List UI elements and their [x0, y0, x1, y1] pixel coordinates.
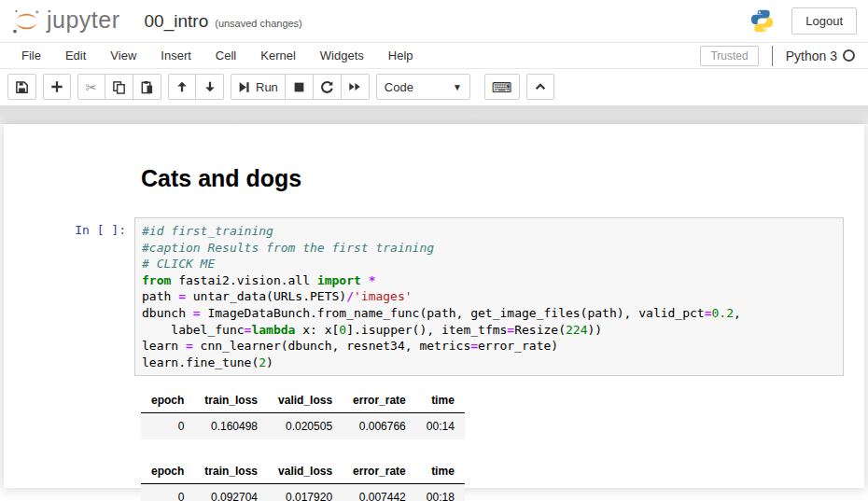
table-header-row: epochtrain_lossvalid_losserror_ratetime	[141, 388, 465, 413]
menu-item-cell[interactable]: Cell	[203, 43, 248, 68]
table-row: 00.0927040.0179200.00744200:18	[141, 484, 465, 501]
stop-icon	[293, 81, 305, 93]
move-cell-down-button[interactable]	[196, 74, 224, 100]
move-cell-up-button[interactable]	[168, 74, 196, 100]
code-line: learn.fine_tune(2)	[142, 355, 836, 371]
table-header-row: epochtrain_lossvalid_losserror_ratetime	[141, 459, 465, 484]
table-cell: 0.092704	[194, 484, 268, 501]
cell-type-dropdown[interactable]: Code ▼	[376, 74, 470, 100]
scissors-icon: ✂	[86, 80, 98, 94]
arrow-down-icon	[203, 80, 217, 93]
column-header: time	[416, 459, 465, 484]
column-header: time	[416, 388, 465, 413]
save-icon	[15, 80, 29, 94]
training-results-table-1: epochtrain_lossvalid_losserror_ratetime0…	[141, 388, 465, 439]
cut-cell-button[interactable]: ✂	[77, 74, 105, 100]
logo-wordmark: jupyter	[47, 7, 120, 34]
column-header: valid_loss	[268, 459, 343, 484]
dropdown-arrow-icon: ▼	[453, 82, 462, 92]
paste-cell-button[interactable]	[133, 74, 161, 100]
code-line: path = untar_data(URLs.PETS)/'images'	[142, 288, 836, 305]
python-logo-icon	[749, 8, 775, 34]
table-cell: 0.017920	[268, 484, 343, 501]
notebook-background-band	[0, 105, 868, 124]
table-cell: 0.006766	[343, 413, 416, 440]
output-area: epochtrain_lossvalid_losserror_ratetime0…	[141, 388, 864, 501]
refresh-icon	[320, 80, 334, 94]
column-header: train_loss	[194, 388, 268, 413]
logout-button[interactable]: Logout	[791, 7, 857, 35]
copy-icon	[112, 80, 126, 94]
column-header: epoch	[141, 459, 194, 484]
table-cell: 0	[141, 484, 194, 501]
code-line: from fastai2.vision.all import *	[142, 272, 836, 289]
autosave-status: (unsaved changes)	[215, 18, 302, 29]
table-cell: 00:14	[416, 413, 465, 440]
menu-item-kernel[interactable]: Kernel	[248, 43, 308, 68]
run-button-label: Run	[256, 80, 278, 94]
table-cell: 00:18	[416, 484, 465, 501]
column-header: train_loss	[194, 459, 268, 484]
code-line: dbunch = ImageDataBunch.from_name_func(p…	[142, 305, 836, 322]
plus-icon	[50, 80, 63, 93]
paste-icon	[140, 80, 154, 94]
code-line: learn = cnn_learner(dbunch, resnet34, me…	[142, 338, 836, 355]
menu-item-help[interactable]: Help	[376, 43, 426, 68]
code-line: #id first_training	[142, 223, 836, 240]
column-header: valid_loss	[268, 388, 343, 413]
arrow-up-icon	[175, 80, 189, 93]
table-cell: 0	[141, 413, 194, 440]
kernel-idle-indicator-icon	[843, 49, 855, 62]
header: jupyter 00_intro (unsaved changes) Logou…	[0, 0, 868, 42]
menu-item-view[interactable]: View	[98, 43, 148, 68]
menu-item-file[interactable]: File	[9, 43, 53, 68]
interrupt-kernel-button[interactable]	[286, 74, 314, 100]
input-prompt: In [ ]:	[4, 217, 134, 376]
menu-item-widgets[interactable]: Widgets	[308, 43, 376, 68]
column-header: epoch	[141, 388, 194, 413]
toolbar: ✂	[0, 69, 868, 105]
table-cell: 0.160498	[194, 413, 268, 440]
notebook-title[interactable]: 00_intro	[145, 11, 209, 32]
copy-cell-button[interactable]	[105, 74, 133, 100]
column-header: error_rate	[343, 459, 416, 484]
training-results-table-2: epochtrain_lossvalid_losserror_ratetime0…	[141, 459, 465, 501]
cell-type-selected: Code	[385, 80, 413, 94]
menubar: FileEditViewInsertCellKernelWidgetsHelp …	[0, 42, 868, 69]
fast-forward-icon	[348, 80, 361, 93]
restart-run-all-button[interactable]	[342, 74, 370, 100]
jupyter-logo[interactable]: jupyter	[11, 7, 120, 35]
save-button[interactable]	[7, 74, 36, 100]
jupyter-logo-icon	[11, 7, 41, 35]
restart-kernel-button[interactable]	[314, 74, 342, 100]
kernel-separator	[772, 46, 773, 66]
markdown-heading: Cats and dogs	[141, 165, 864, 192]
table-cell: 0.020505	[268, 413, 343, 440]
run-cell-button[interactable]: Run	[231, 74, 286, 100]
column-header: error_rate	[343, 388, 416, 413]
code-line: label_func=lambda x: x[0].isupper(), ite…	[142, 322, 836, 339]
trusted-badge: Trusted	[700, 46, 758, 66]
code-cell: In [ ]: #id first_training#caption Resul…	[4, 217, 864, 376]
notebook-container: Cats and dogs In [ ]: #id first_training…	[4, 124, 864, 488]
code-editor[interactable]: #id first_training#caption Results from …	[134, 217, 844, 376]
add-cell-button[interactable]	[43, 74, 71, 100]
step-forward-icon	[238, 81, 250, 93]
command-palette-button[interactable]: ⌨	[484, 74, 520, 100]
menu-item-edit[interactable]: Edit	[53, 43, 98, 68]
code-line: # CLICK ME	[142, 256, 836, 272]
table-cell: 0.007442	[343, 484, 416, 501]
code-line: #caption Results from the first training	[142, 240, 836, 257]
collapse-toolbar-button[interactable]	[526, 74, 554, 100]
kernel-name: Python 3	[786, 49, 837, 63]
menu-item-insert[interactable]: Insert	[148, 43, 203, 68]
chevron-up-icon	[534, 80, 547, 93]
table-row: 00.1604980.0205050.00676600:14	[141, 413, 465, 440]
keyboard-icon: ⌨	[492, 80, 512, 94]
